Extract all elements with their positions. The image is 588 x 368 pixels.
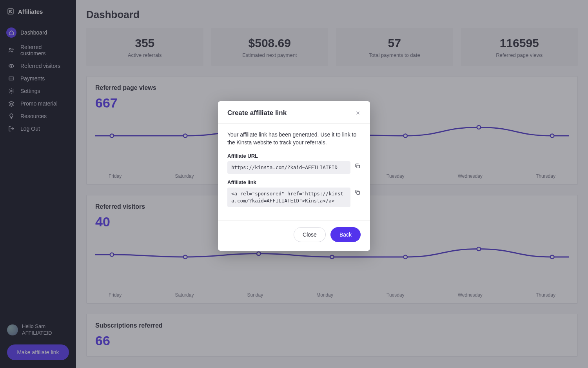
affiliate-url-value[interactable]: https://kinsta.com/?kaid=AFFILIATEID xyxy=(227,161,350,174)
back-button[interactable]: Back xyxy=(330,227,361,242)
modal-body: Your affiliate link has been generated. … xyxy=(218,124,370,220)
close-button[interactable]: Close xyxy=(294,227,326,242)
affiliate-url-label: Affiliate URL xyxy=(227,153,361,159)
affiliate-link-label: Affiliate link xyxy=(227,179,361,185)
copy-link-button[interactable] xyxy=(354,188,361,195)
affiliate-link-value[interactable]: <a rel="sponsored" href="https://kinsta.… xyxy=(227,188,350,207)
modal-title: Create affiliate link xyxy=(227,109,287,117)
copy-url-button[interactable] xyxy=(354,161,361,169)
modal-header: Create affiliate link xyxy=(218,101,370,124)
modal-footer: Close Back xyxy=(218,220,370,251)
modal-overlay[interactable]: Create affiliate link Your affiliate lin… xyxy=(0,0,588,368)
modal-intro-text: Your affiliate link has been generated. … xyxy=(227,131,361,147)
svg-rect-20 xyxy=(357,165,359,168)
close-icon[interactable] xyxy=(355,110,361,116)
svg-rect-21 xyxy=(357,191,359,194)
create-affiliate-link-modal: Create affiliate link Your affiliate lin… xyxy=(218,101,370,251)
